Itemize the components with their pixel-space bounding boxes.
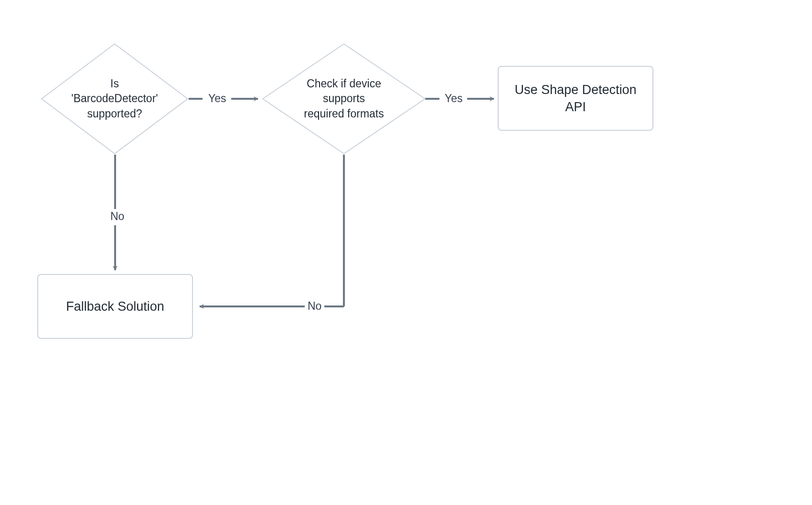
text-line: Use Shape Detection (514, 83, 636, 97)
edge-label-formats-no: No (305, 300, 324, 313)
text-line: supported? (87, 107, 142, 120)
text-line: Is 'BarcodeDetector' (71, 77, 158, 105)
flowchart-canvas: Yes Yes No No Is 'BarcodeDetector' suppo… (0, 0, 812, 505)
text-line: API (565, 100, 586, 114)
decision-formats: Check if device supports required format… (262, 43, 426, 155)
terminal-fallback: Fallback Solution (37, 274, 193, 339)
text-line: Fallback Solution (66, 298, 164, 315)
decision-formats-text: Check if device supports required format… (262, 43, 426, 155)
text-line: Check if device supports (307, 77, 381, 105)
text-line: required formats (304, 107, 384, 120)
edge-label-formats-yes: Yes (442, 92, 466, 105)
terminal-shape-detection-api: Use Shape Detection API (498, 66, 653, 131)
decision-barcode-detector: Is 'BarcodeDetector' supported? (41, 43, 189, 155)
edge-label-barcode-yes: Yes (205, 92, 229, 105)
edge-label-barcode-no: No (107, 210, 127, 223)
decision-barcode-text: Is 'BarcodeDetector' supported? (41, 43, 189, 155)
